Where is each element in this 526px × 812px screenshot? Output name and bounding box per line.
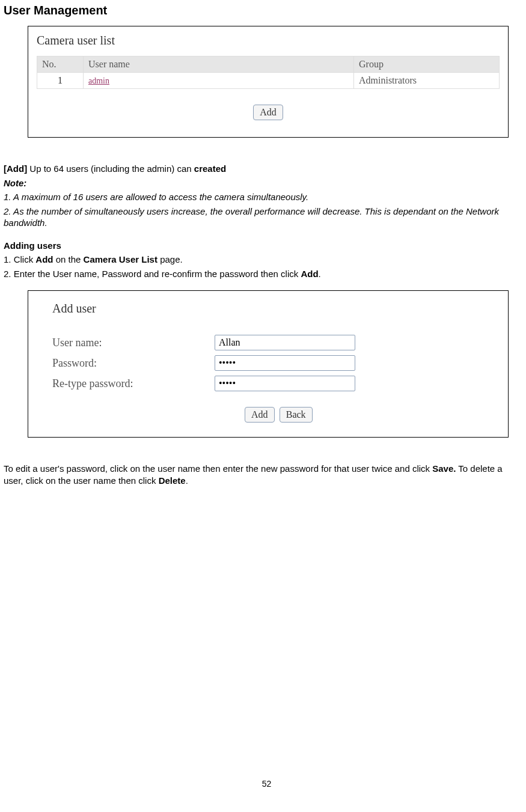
add-user-heading: Add user xyxy=(52,302,497,316)
label-username: User name: xyxy=(52,337,215,349)
add-text: Up to 64 users (including the admin) can xyxy=(27,163,194,174)
add-user-button[interactable]: Add xyxy=(245,407,275,423)
cell-group: Administrators xyxy=(354,73,500,89)
cell-username: admin xyxy=(84,73,354,89)
row-retype: Re-type password: xyxy=(52,376,497,391)
adding-step-2: 2. Enter the User name, Password and re-… xyxy=(4,268,522,280)
cell-no: 1 xyxy=(37,73,84,89)
add-user-screenshot: Add user User name: Password: Re-type pa… xyxy=(28,290,509,438)
add-description: [Add] Up to 64 users (including the admi… xyxy=(4,163,522,175)
input-username[interactable] xyxy=(215,335,355,350)
table-row: 1 admin Administrators xyxy=(37,73,500,89)
col-username-header: User name xyxy=(84,56,354,73)
edit-delete-text: To edit a user's password, click on the … xyxy=(4,463,522,486)
label-password: Password: xyxy=(52,357,215,370)
user-list-table: No. User name Group 1 admin Administrato… xyxy=(37,56,500,89)
note-2: 2. As the number of simultaneously users… xyxy=(4,206,522,229)
add-button[interactable]: Add xyxy=(253,105,283,120)
page-title: User Management xyxy=(4,4,522,17)
note-label: Note: xyxy=(4,177,522,189)
user-link-admin[interactable]: admin xyxy=(88,76,109,85)
camera-user-list-screenshot: Camera user list No. User name Group 1 a… xyxy=(28,26,509,138)
add-label: [Add] xyxy=(4,163,27,174)
col-no-header: No. xyxy=(37,56,84,73)
col-group-header: Group xyxy=(354,56,500,73)
note-1: 1. A maximum of 16 users are allowed to … xyxy=(4,191,522,203)
camera-user-list-heading: Camera user list xyxy=(37,34,500,47)
input-retype[interactable] xyxy=(215,376,355,391)
adding-step-1: 1. Click Add on the Camera User List pag… xyxy=(4,254,522,266)
page-number: 52 xyxy=(4,779,526,789)
row-username: User name: xyxy=(52,335,497,350)
adding-users-heading: Adding users xyxy=(4,240,522,252)
label-retype: Re-type password: xyxy=(52,377,215,390)
add-tail: created xyxy=(194,163,226,174)
input-password[interactable] xyxy=(215,355,355,371)
back-button[interactable]: Back xyxy=(280,407,313,423)
row-password: Password: xyxy=(52,355,497,371)
